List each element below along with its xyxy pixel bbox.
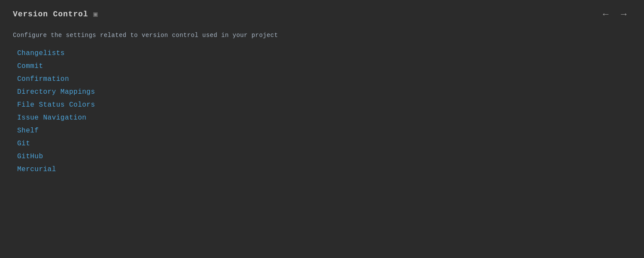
nav-item-github[interactable]: GitHub — [13, 150, 631, 163]
forward-button[interactable]: → — [617, 9, 631, 20]
nav-buttons: ← → — [598, 9, 631, 20]
nav-item-commit[interactable]: Commit — [13, 60, 631, 72]
nav-item-changelists[interactable]: Changelists — [13, 47, 631, 59]
nav-item-shelf[interactable]: Shelf — [13, 125, 631, 137]
page-title: Version Control — [13, 10, 88, 18]
nav-item-confirmation[interactable]: Confirmation — [13, 73, 631, 85]
nav-item-git[interactable]: Git — [13, 138, 631, 150]
nav-item-directory-mappings[interactable]: Directory Mappings — [13, 86, 631, 98]
nav-item-mercurial[interactable]: Mercurial — [13, 163, 631, 175]
header-left: Version Control ▣ — [13, 10, 97, 18]
window-icon[interactable]: ▣ — [94, 10, 98, 18]
page-container: Version Control ▣ ← → Configure the sett… — [0, 0, 644, 258]
description-text: Configure the settings related to versio… — [13, 32, 631, 39]
nav-item-issue-navigation[interactable]: Issue Navigation — [13, 112, 631, 124]
header: Version Control ▣ ← → — [13, 9, 631, 20]
back-button[interactable]: ← — [598, 9, 613, 20]
nav-list: ChangelistsCommitConfirmationDirectory M… — [13, 47, 631, 175]
nav-item-file-status-colors[interactable]: File Status Colors — [13, 99, 631, 111]
